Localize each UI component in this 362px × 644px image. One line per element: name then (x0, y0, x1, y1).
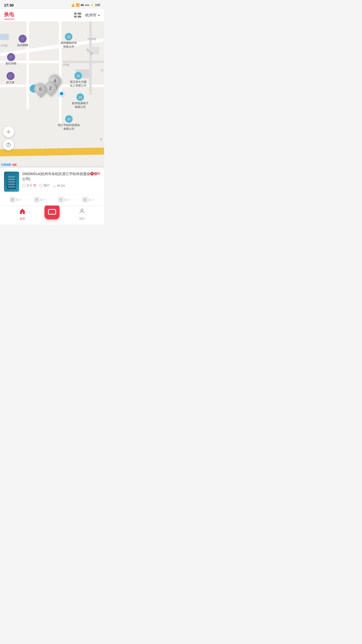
baidu-sub: 地图 (12, 163, 17, 167)
pin2-number: 2 (49, 86, 52, 91)
building-label-3: 3号楼 (62, 63, 69, 67)
slot-item-2: 空 0 个 (52, 197, 76, 203)
bottom-nav: 首页 我的 (0, 206, 104, 225)
station-img-inner (7, 174, 16, 189)
poi-zheda[interactable]: 🏢 浙江浙大方圆化工有限公司 (70, 72, 86, 88)
slot-icon-kong: 空 (58, 197, 64, 203)
slot-icon-chong: 充 (34, 197, 39, 203)
slot-icon-gu: 故 (82, 197, 88, 203)
poi-yusong-icon: 🏢 (65, 115, 73, 123)
city-selector[interactable]: 杭州市 (85, 13, 100, 18)
charging-icon: ⚡ (90, 3, 94, 7)
poi-zheda-icon: 🏢 (74, 72, 82, 79)
grid-list-button[interactable] (74, 13, 81, 18)
signal-bars-icon: ▪▪▪▪ (85, 3, 89, 7)
home-label: 首页 (20, 217, 25, 221)
meta-booking: ○ 预约 (39, 183, 50, 188)
card-meta: ○ 全天 营 ○ 预约 ◁ 46.0m (22, 183, 100, 188)
grid-line (78, 13, 81, 15)
signal-badge: ✕ 100 (87, 172, 100, 175)
station-image (4, 172, 19, 192)
top-nav: 换电 杭州市 (0, 9, 104, 22)
poi-haoyouduo-label: 好又多 (6, 80, 15, 84)
slot-icon-huan: 换 (10, 197, 15, 203)
nav-right: 杭州市 (74, 13, 100, 18)
baidu-watermark: 百度地图 地图 (1, 163, 17, 167)
poi-pinquan-label: 品全购物 (17, 43, 28, 47)
signal-4g-icon: 4G (81, 4, 84, 7)
slot-unit-1: 个 (43, 198, 46, 202)
city-name: 杭州市 (85, 13, 97, 18)
location-crosshair-button[interactable] (3, 126, 14, 137)
poi-pinquan[interactable]: 🛒 品全购物 (17, 35, 28, 47)
poi-haoyouduo-icon: 🛒 (7, 72, 15, 80)
poi-haoyouduo[interactable]: 🛒 好又多 (6, 72, 15, 84)
arrow-right: → (60, 149, 63, 153)
building-label-21: 21号楼 (87, 37, 96, 41)
mute-icon: 🔔 (71, 3, 75, 7)
chevron-down-icon (98, 15, 100, 16)
road-h2 (62, 61, 104, 63)
slot-item-0: 换 0 个 (4, 197, 28, 203)
slot-count-1: 0 (40, 198, 42, 202)
signal-value: 100 (95, 172, 100, 175)
poi-zhiyuan[interactable]: 🏢 杭州智源电子有限公司 (72, 93, 88, 109)
slot-count-2: 0 (65, 198, 66, 202)
slot-item-1: 充 0 个 (28, 197, 52, 203)
poi-yusong[interactable]: 🏢 浙江宇松科技股份有限公司 (58, 115, 80, 131)
map-pin-2[interactable]: 2 (45, 82, 56, 95)
hours-label: 全天 (26, 183, 32, 188)
status-time: 17:30 (4, 3, 14, 7)
slot-unit-3: 个 (92, 198, 94, 202)
card-arrow: - (99, 197, 100, 203)
svg-point-0 (8, 131, 10, 133)
poi-shiji-label: 世纪华联 (6, 62, 17, 65)
nav-title: 换电 (4, 11, 14, 19)
scan-icon (48, 209, 56, 215)
status-bar: 17:30 🔔 📶 4G ▪▪▪▪ ⚡ 100 (0, 0, 104, 9)
booking-label: 预约 (43, 183, 50, 188)
slot-count-0: 0 (16, 198, 18, 202)
poi-zhiyuan-label: 杭州智源电子有限公司 (72, 101, 88, 109)
nav-home[interactable]: 首页 (0, 208, 44, 221)
clock-icon: ○ (22, 184, 26, 187)
meta-distance: ◁ 46.0m (53, 184, 65, 187)
map-pin-0[interactable]: 0 (35, 83, 46, 96)
grid-cell (74, 16, 77, 18)
slot-item-3: 故 0 个 (76, 197, 100, 203)
nav-scan[interactable] (44, 209, 60, 219)
user-location-dot (59, 91, 64, 96)
signal-x-icon: ✕ (90, 172, 94, 175)
user-icon (79, 208, 85, 216)
slot-unit-0: 个 (19, 198, 22, 202)
svg-point-6 (81, 209, 83, 211)
calendar-icon: ○ (39, 184, 43, 187)
meta-hours: ○ 全天 营 (22, 183, 36, 188)
grid-line (78, 16, 81, 18)
营业-icon: 营 (33, 183, 36, 188)
nav-mine[interactable]: 我的 (60, 208, 104, 221)
baidu-text: 百度地图 (1, 163, 11, 167)
poi-shenzhen-icon: 🏢 (65, 33, 72, 41)
grid-cell (74, 13, 77, 15)
poi-zhiyuan-icon: 🏢 (76, 93, 84, 101)
poi-shiji[interactable]: 🛒 世纪华联 (6, 53, 17, 65)
slot-count-3: 0 (89, 198, 90, 202)
building-label-2: 2号楼 (1, 44, 8, 48)
fab-scan-button[interactable] (44, 204, 60, 219)
building-block3 (0, 34, 9, 40)
distance-label: 46.0m (57, 184, 65, 187)
poi-shenzhen-label: 深圳城铄科技有限公司 (60, 41, 77, 49)
signal-bars-icon (87, 172, 89, 175)
poi-pinquan-icon: 🛒 (19, 35, 27, 43)
slot-unit-2: 个 (67, 198, 70, 202)
map-container[interactable]: ← → 🛒 品全购物 🏢 深圳城铄科技有限公司 🛒 世纪华联 🛒 好又多 🚌 🏢… (0, 22, 104, 168)
location-history-button[interactable] (3, 139, 14, 150)
road-label-yong: 永 (100, 137, 103, 141)
wifi-icon: 📶 (76, 3, 80, 7)
poi-shenzhen[interactable]: 🏢 深圳城铄科技有限公司 (60, 33, 77, 49)
arrow-left: ← (41, 149, 44, 153)
navigation-icon: ◁ (53, 184, 56, 187)
road-v3 (89, 22, 92, 95)
poi-zheda-label: 浙江浙大方圆化工有限公司 (70, 80, 86, 88)
